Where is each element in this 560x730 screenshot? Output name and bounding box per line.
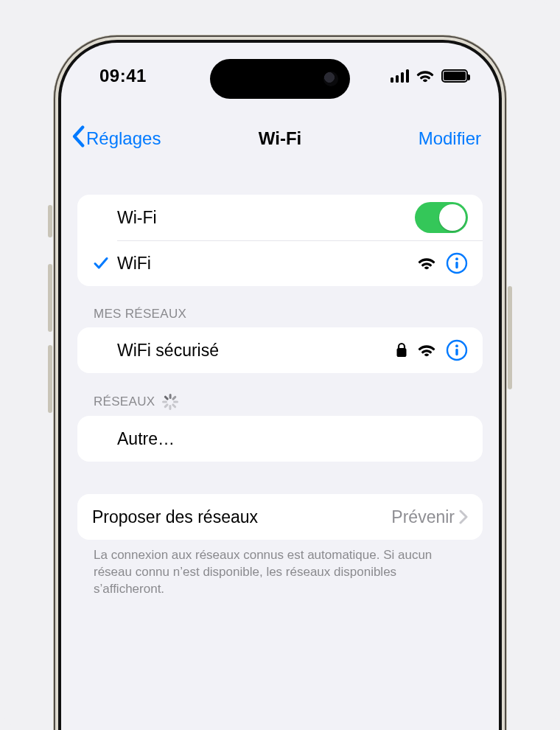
side-button-power	[508, 286, 512, 389]
ask-to-join-label: Proposer des réseaux	[92, 507, 258, 527]
lock-icon	[396, 342, 407, 358]
svg-rect-2	[455, 262, 458, 268]
my-networks-header-text: MES RÉSEAUX	[94, 307, 186, 321]
phone-screen: 09:41	[61, 43, 499, 730]
side-button-volume-up	[48, 264, 52, 332]
svg-point-5	[455, 344, 458, 347]
known-network-name: WiFi sécurisé	[117, 341, 219, 361]
connected-network-row[interactable]: WiFi	[77, 240, 483, 286]
cellular-bars-icon	[391, 69, 410, 83]
wifi-signal-icon	[418, 344, 435, 357]
connected-network-name: WiFi	[117, 254, 151, 274]
other-networks-header: RÉSEAUX	[94, 394, 483, 410]
svg-rect-6	[455, 349, 458, 355]
wifi-main-group: Wi-Fi WiFi	[77, 195, 483, 286]
info-button[interactable]	[446, 339, 468, 361]
ask-to-join-row[interactable]: Proposer des réseaux Prévenir	[77, 494, 483, 540]
svg-point-1	[455, 257, 458, 260]
wifi-toggle-row: Wi-Fi	[77, 195, 483, 240]
svg-rect-3	[397, 348, 407, 357]
settings-content: Wi-Fi WiFi	[61, 175, 499, 730]
my-networks-group: WiFi sécurisé	[77, 327, 483, 373]
page-title: Wi-Fi	[259, 128, 301, 149]
side-button-volume-down	[48, 345, 52, 413]
info-button[interactable]	[446, 252, 468, 274]
chevron-right-icon	[459, 510, 468, 524]
wifi-toggle-label: Wi-Fi	[117, 208, 157, 228]
wifi-status-icon	[416, 69, 434, 83]
edit-button[interactable]: Modifier	[419, 128, 481, 149]
spinner-icon	[162, 394, 178, 410]
chevron-left-icon	[71, 125, 85, 152]
ask-to-join-footer: La connexion aux réseaux connus est auto…	[94, 547, 466, 598]
status-time: 09:41	[99, 66, 147, 86]
wifi-signal-icon	[418, 257, 435, 270]
checkmark-icon	[92, 254, 110, 272]
my-networks-header: MES RÉSEAUX	[94, 307, 483, 321]
battery-icon	[441, 69, 468, 83]
other-networks-group: Autre…	[77, 416, 483, 462]
back-label: Réglages	[86, 128, 161, 149]
image-canvas: 09:41	[0, 0, 560, 730]
side-button-action	[48, 205, 52, 237]
ask-to-join-value: Prévenir	[391, 507, 455, 527]
wifi-toggle[interactable]	[415, 202, 468, 233]
ask-to-join-group: Proposer des réseaux Prévenir	[77, 494, 483, 540]
other-networks-header-text: RÉSEAUX	[94, 394, 155, 409]
phone-frame: 09:41	[54, 35, 506, 730]
nav-bar: Réglages Wi-Fi Modifier	[61, 117, 499, 161]
back-button[interactable]: Réglages	[71, 125, 161, 152]
dynamic-island	[210, 59, 350, 99]
other-network-row[interactable]: Autre…	[77, 416, 483, 462]
known-network-row[interactable]: WiFi sécurisé	[77, 327, 483, 373]
other-network-label: Autre…	[117, 429, 175, 449]
status-indicators	[391, 69, 469, 83]
